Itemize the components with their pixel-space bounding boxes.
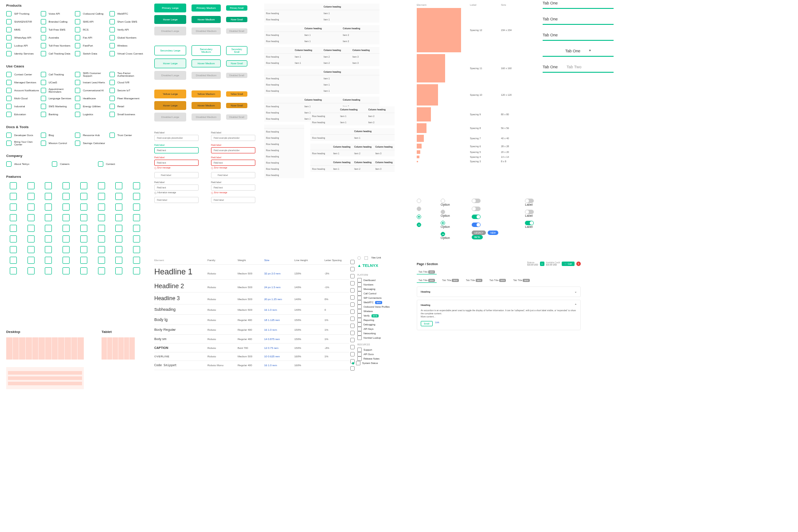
- nav-icon[interactable]: [350, 295, 355, 300]
- yel-hover-medium-button[interactable]: Hover Medium: [192, 102, 221, 109]
- field-input-4[interactable]: [211, 184, 255, 191]
- toggle-off[interactable]: [472, 199, 481, 203]
- icon-item[interactable]: WebRTC: [110, 11, 144, 16]
- sidebar-resource-item[interactable]: API Docs: [357, 352, 390, 356]
- icon-item[interactable]: Two-Factor Authentication: [110, 72, 144, 77]
- search-input[interactable]: [154, 172, 199, 178]
- icon-item[interactable]: Secure IoT: [110, 88, 144, 93]
- nav-icon[interactable]: [350, 274, 355, 278]
- icon-item[interactable]: Careers: [52, 161, 98, 167]
- sidebar-resource-item[interactable]: System Status: [357, 361, 390, 365]
- dash-tab[interactable]: Tab Title NEW: [417, 278, 437, 283]
- sidebar-item[interactable]: Debugging: [357, 322, 390, 327]
- icon-item[interactable]: Resource Hub: [75, 133, 110, 138]
- link[interactable]: Link: [435, 321, 439, 326]
- tab-one-e[interactable]: Tab One: [543, 65, 558, 69]
- icon-item[interactable]: Logistics: [75, 112, 110, 117]
- field-plain-2[interactable]: [211, 197, 255, 203]
- icon-item[interactable]: SHAKEN/STIR: [6, 19, 41, 24]
- sidebar-item[interactable]: VerifyBETA: [357, 313, 390, 318]
- yel-hover-small-button[interactable]: Hover Small: [226, 103, 247, 108]
- icon-item[interactable]: Call Tracking: [41, 72, 75, 77]
- icon-item[interactable]: Voice API: [41, 11, 75, 16]
- accordion-expanded[interactable]: Heading⌃ An accordion is an expandable p…: [417, 300, 581, 330]
- toggle-off-2[interactable]: [472, 207, 481, 211]
- nav-icon[interactable]: [350, 331, 355, 335]
- checkbox-icon[interactable]: [364, 256, 368, 260]
- icon-item[interactable]: Toll-Free SMS: [41, 27, 75, 32]
- nav-icon[interactable]: [350, 267, 355, 271]
- field-plain[interactable]: [154, 197, 199, 203]
- yellow-small-button[interactable]: Yellow Small: [226, 91, 247, 97]
- icon-item[interactable]: Contact Center: [6, 72, 41, 77]
- icon-item[interactable]: Savings Calculator: [75, 141, 110, 146]
- dash-tab[interactable]: Tab Title NEW: [511, 278, 531, 283]
- radio-selected[interactable]: [417, 215, 421, 219]
- nav-icon[interactable]: [350, 281, 355, 286]
- icon-item[interactable]: Short Code SMS: [110, 19, 144, 24]
- tab-active[interactable]: Tab Title NEW: [417, 270, 437, 274]
- tab-one-c[interactable]: Tab One: [543, 33, 558, 37]
- radio-hover[interactable]: [417, 207, 421, 211]
- icon-item[interactable]: Trust Center: [110, 133, 144, 138]
- toggle-label-1[interactable]: [525, 199, 534, 203]
- tab-one-a[interactable]: Tab One: [543, 1, 558, 5]
- radio-option-3[interactable]: [441, 221, 445, 225]
- secondary-large-button[interactable]: Secondary Large: [154, 46, 186, 55]
- nav-icon[interactable]: [350, 260, 355, 264]
- icon-item[interactable]: SMS Marketing: [41, 104, 75, 109]
- icon-item[interactable]: Cloud IVR: [110, 80, 144, 85]
- icon-item[interactable]: Conversational AI: [75, 88, 110, 93]
- nav-icon[interactable]: [350, 345, 355, 349]
- sidebar-item[interactable]: Outbound Voice Profiles: [357, 305, 390, 309]
- icon-item[interactable]: Multi-Cloud: [6, 96, 41, 101]
- icon-item[interactable]: Healthcare: [75, 96, 110, 101]
- toggle-blue[interactable]: [472, 223, 481, 227]
- nav-icon[interactable]: [350, 324, 355, 328]
- radio-empty[interactable]: [417, 199, 421, 203]
- nav-icon[interactable]: [350, 317, 355, 321]
- icon-item[interactable]: Fleet Management: [110, 96, 144, 101]
- icon-item[interactable]: Appointment Reminders: [41, 88, 75, 93]
- yellow-medium-button[interactable]: Yellow Medium: [192, 90, 221, 98]
- toggle-on[interactable]: [472, 215, 481, 219]
- nav-link[interactable]: Nav Link: [372, 256, 381, 260]
- sidebar-item[interactable]: Wireless: [357, 309, 390, 313]
- icon-item[interactable]: Blog: [41, 133, 75, 138]
- nav-icon[interactable]: [350, 288, 355, 293]
- icon-item[interactable]: About Telnyx: [6, 161, 52, 167]
- icon-item[interactable]: Retail: [110, 104, 144, 109]
- icon-item[interactable]: Mission Control: [41, 141, 75, 146]
- sidebar-item[interactable]: Numbers: [357, 282, 390, 287]
- checkbox-icon[interactable]: [357, 256, 361, 260]
- sidebar-item[interactable]: Reporting: [357, 318, 390, 322]
- icon-item[interactable]: FastPort: [75, 43, 110, 48]
- icon-item[interactable]: Bring Your Own Carrier: [6, 141, 41, 146]
- icon-item[interactable]: Developer Docs: [6, 133, 41, 138]
- sec-hover-small-button[interactable]: Hover Small: [226, 60, 247, 66]
- field-input-2[interactable]: [211, 135, 255, 141]
- icon-item[interactable]: Outbound Calling: [75, 11, 110, 16]
- tab-one-d[interactable]: Tab One: [565, 49, 580, 53]
- icon-item[interactable]: Wireless: [110, 43, 144, 48]
- field-input-info[interactable]: [154, 184, 199, 191]
- secondary-small-button[interactable]: Secondary Small: [226, 46, 247, 55]
- yel-hover-large-button[interactable]: Hover Large: [154, 101, 186, 110]
- icon-item[interactable]: Lookup API: [6, 43, 41, 48]
- icon-item[interactable]: Small business: [110, 112, 144, 117]
- radio-option-2[interactable]: [441, 210, 445, 214]
- sidebar-item[interactable]: Number Lookup: [357, 336, 390, 340]
- yellow-large-button[interactable]: Yellow Large: [154, 90, 186, 98]
- nav-icon[interactable]: [350, 352, 355, 356]
- icon-item[interactable]: Australia: [41, 35, 75, 40]
- hover-medium-button[interactable]: Hover Medium: [192, 16, 221, 23]
- icon-item[interactable]: SMS API: [75, 19, 110, 24]
- small-button[interactable]: Small: [421, 321, 433, 326]
- icon-item[interactable]: Call Tracking Data: [41, 51, 75, 56]
- icon-item[interactable]: Managed Services: [6, 80, 41, 85]
- icon-item[interactable]: Identity Services: [6, 51, 41, 56]
- nav-icon[interactable]: [350, 302, 355, 307]
- hover-small-button[interactable]: Hover Small: [226, 17, 247, 22]
- sidebar-item[interactable]: SIP Connections: [357, 296, 390, 300]
- field-input[interactable]: [154, 135, 199, 141]
